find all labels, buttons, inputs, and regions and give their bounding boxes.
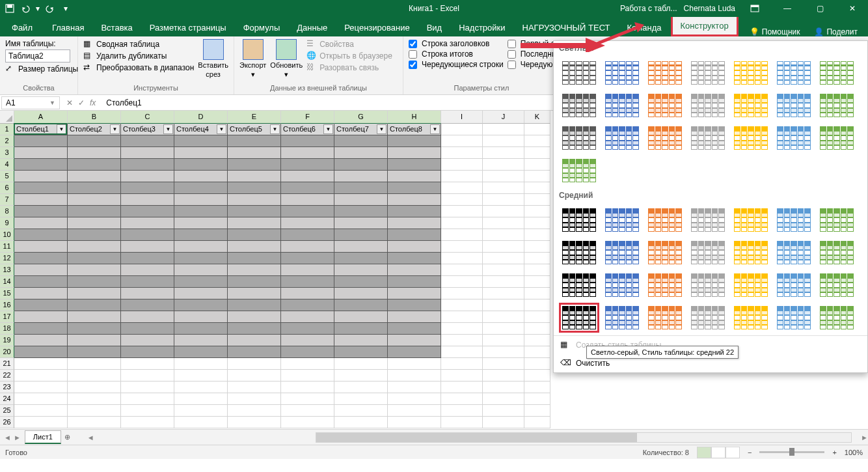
- cell[interactable]: [524, 358, 550, 370]
- filter-dropdown-icon[interactable]: ▼: [163, 124, 173, 134]
- cell[interactable]: [121, 393, 174, 405]
- table-cell[interactable]: [281, 335, 334, 346]
- table-style-thumb[interactable]: [645, 303, 685, 333]
- table-cell[interactable]: [174, 346, 228, 358]
- refresh-button[interactable]: Обновить▾: [270, 39, 303, 83]
- cell[interactable]: [483, 135, 524, 147]
- cell[interactable]: [483, 147, 524, 159]
- table-cell[interactable]: [68, 194, 121, 206]
- cell[interactable]: [483, 288, 524, 299]
- table-cell[interactable]: [334, 159, 388, 171]
- table-style-thumb[interactable]: [688, 205, 728, 235]
- cell[interactable]: [441, 393, 483, 405]
- tab-file[interactable]: Файл: [4, 19, 43, 36]
- table-cell[interactable]: [228, 135, 281, 147]
- cell[interactable]: [483, 241, 524, 253]
- table-cell[interactable]: [388, 171, 441, 182]
- cell[interactable]: [441, 417, 483, 428]
- table-cell[interactable]: [121, 217, 174, 229]
- cell[interactable]: [281, 393, 334, 405]
- cell[interactable]: [483, 405, 524, 417]
- table-style-thumb[interactable]: [817, 58, 857, 88]
- table-cell[interactable]: [121, 135, 174, 147]
- cell[interactable]: [524, 206, 550, 217]
- table-cell[interactable]: [281, 264, 334, 276]
- table-style-thumb[interactable]: [645, 90, 685, 120]
- table-style-thumb[interactable]: [559, 270, 599, 300]
- table-cell[interactable]: [281, 171, 334, 182]
- table-cell[interactable]: [121, 182, 174, 194]
- cell[interactable]: [441, 264, 483, 276]
- table-cell[interactable]: [121, 264, 174, 276]
- table-cell[interactable]: [14, 276, 68, 288]
- table-cell[interactable]: [334, 194, 388, 206]
- sheet-tab[interactable]: Лист1: [25, 430, 61, 444]
- cell[interactable]: [174, 382, 228, 393]
- table-style-thumb[interactable]: [774, 238, 814, 268]
- table-cell[interactable]: [121, 241, 174, 253]
- table-cell[interactable]: [228, 217, 281, 229]
- table-style-thumb[interactable]: [559, 303, 599, 333]
- row-header[interactable]: 14: [0, 276, 14, 288]
- table-name-input[interactable]: [5, 49, 70, 62]
- table-cell[interactable]: [121, 194, 174, 206]
- redo-icon[interactable]: [43, 1, 57, 16]
- cell[interactable]: [524, 264, 550, 276]
- row-header[interactable]: 20: [0, 346, 14, 358]
- cell[interactable]: [524, 182, 550, 194]
- cell[interactable]: [228, 393, 281, 405]
- table-cell[interactable]: [174, 147, 228, 159]
- column-header[interactable]: C: [121, 111, 174, 124]
- column-header[interactable]: A: [14, 111, 68, 124]
- cell[interactable]: [441, 182, 483, 194]
- cell[interactable]: [441, 171, 483, 182]
- cell[interactable]: [483, 311, 524, 323]
- scroll-right-icon[interactable]: ►: [861, 434, 868, 441]
- table-cell[interactable]: [281, 229, 334, 241]
- row-header[interactable]: 9: [0, 217, 14, 229]
- cell[interactable]: [483, 417, 524, 428]
- cell[interactable]: [441, 299, 483, 311]
- ribbon-options-icon[interactable]: [742, 0, 768, 17]
- cell[interactable]: [524, 346, 550, 358]
- cell[interactable]: [388, 393, 441, 405]
- cell[interactable]: [441, 382, 483, 393]
- table-cell[interactable]: [14, 182, 68, 194]
- cell[interactable]: [441, 217, 483, 229]
- row-header[interactable]: 3: [0, 147, 14, 159]
- table-cell[interactable]: [388, 346, 441, 358]
- table-cell[interactable]: [228, 264, 281, 276]
- close-icon[interactable]: ✕: [839, 0, 865, 17]
- cell[interactable]: [228, 405, 281, 417]
- table-style-thumb[interactable]: [817, 303, 857, 333]
- table-cell[interactable]: [14, 171, 68, 182]
- table-cell[interactable]: [388, 194, 441, 206]
- cell[interactable]: [441, 124, 483, 135]
- cell[interactable]: [524, 159, 550, 171]
- table-cell[interactable]: [228, 253, 281, 264]
- column-header[interactable]: K: [524, 111, 550, 124]
- cell[interactable]: [524, 171, 550, 182]
- table-style-thumb[interactable]: [774, 90, 814, 120]
- table-style-thumb[interactable]: [602, 238, 642, 268]
- cell[interactable]: [441, 241, 483, 253]
- table-cell[interactable]: [334, 171, 388, 182]
- cell[interactable]: [441, 229, 483, 241]
- table-cell[interactable]: [174, 206, 228, 217]
- table-style-thumb[interactable]: [688, 238, 728, 268]
- table-cell[interactable]: [281, 253, 334, 264]
- table-cell[interactable]: [121, 147, 174, 159]
- cell[interactable]: [441, 147, 483, 159]
- table-cell[interactable]: [388, 264, 441, 276]
- cell[interactable]: [483, 382, 524, 393]
- cell[interactable]: [441, 206, 483, 217]
- row-header[interactable]: 21: [0, 358, 14, 370]
- table-style-thumb[interactable]: [774, 270, 814, 300]
- tab-design[interactable]: Конструктор: [671, 15, 739, 36]
- table-style-thumb[interactable]: [602, 90, 642, 120]
- table-cell[interactable]: [388, 135, 441, 147]
- table-cell[interactable]: [68, 346, 121, 358]
- table-cell[interactable]: [121, 323, 174, 335]
- table-cell[interactable]: [228, 194, 281, 206]
- cell[interactable]: [441, 194, 483, 206]
